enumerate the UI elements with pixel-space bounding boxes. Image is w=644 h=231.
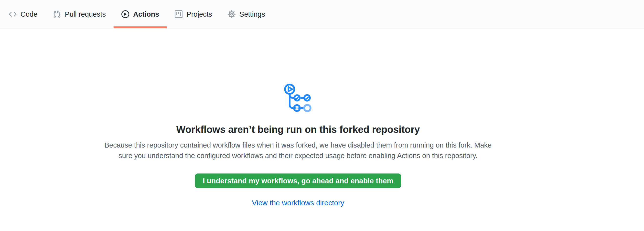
project-icon bbox=[175, 10, 182, 18]
enable-workflows-button[interactable]: I understand my workflows, go ahead and … bbox=[195, 173, 401, 188]
blankslate: Workflows aren’t being run on this forke… bbox=[0, 84, 596, 207]
tab-code[interactable]: Code bbox=[1, 0, 45, 28]
tab-label: Actions bbox=[133, 10, 159, 18]
tab-label: Projects bbox=[186, 10, 212, 18]
tab-settings[interactable]: Settings bbox=[220, 0, 273, 28]
view-workflows-directory-link[interactable]: View the workflows directory bbox=[252, 199, 344, 207]
actions-page: Code Pull requests Actions Projects bbox=[0, 0, 644, 231]
button-row: I understand my workflows, go ahead and … bbox=[0, 161, 596, 188]
repo-tab-bar: Code Pull requests Actions Projects bbox=[0, 0, 644, 28]
tab-projects[interactable]: Projects bbox=[167, 0, 220, 28]
gear-icon bbox=[228, 10, 236, 18]
link-row: View the workflows directory bbox=[0, 199, 596, 207]
tab-label: Code bbox=[20, 10, 38, 18]
blankslate-description: Because this repository contained workfl… bbox=[0, 140, 596, 161]
repo-tabs: Code Pull requests Actions Projects bbox=[0, 0, 644, 28]
description-line-2: sure you understand the configured workf… bbox=[0, 150, 596, 161]
workflow-graph-icon bbox=[284, 84, 312, 112]
tab-label: Pull requests bbox=[65, 10, 106, 18]
play-icon bbox=[122, 10, 129, 18]
tab-actions[interactable]: Actions bbox=[114, 0, 167, 28]
code-icon bbox=[9, 10, 16, 18]
tab-label: Settings bbox=[240, 10, 265, 18]
tab-pull-requests[interactable]: Pull requests bbox=[45, 0, 114, 28]
blankslate-heading: Workflows aren’t being run on this forke… bbox=[0, 123, 596, 136]
git-pull-request-icon bbox=[53, 10, 61, 18]
description-line-1: Because this repository contained workfl… bbox=[0, 140, 596, 150]
